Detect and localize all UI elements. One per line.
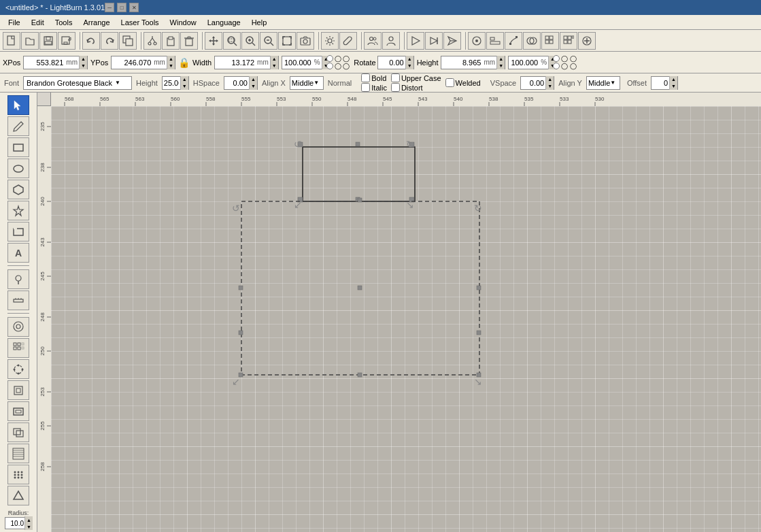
tool-pin[interactable] (7, 269, 29, 289)
vspace-down[interactable]: ▼ (545, 83, 554, 90)
canvas-area[interactable]: 568 565 563 560 558 555 553 550 548 545 (37, 93, 761, 532)
vspace-up[interactable]: ▲ (545, 76, 554, 83)
height-pct-container[interactable]: % ▲ ▼ (508, 56, 549, 69)
menu-edit[interactable]: Edit (26, 17, 50, 28)
width-input[interactable] (215, 59, 256, 67)
tools-button[interactable] (339, 32, 357, 50)
menu-file[interactable]: File (3, 17, 26, 28)
cut-button[interactable] (143, 32, 161, 50)
xpos-input-container[interactable]: mm ▲ ▼ (23, 56, 88, 69)
tool-offset-shapes[interactable] (7, 401, 29, 421)
hspace-input-container[interactable]: ▲ ▼ (224, 76, 258, 90)
welded-checkbox-label[interactable]: Welded (445, 78, 481, 87)
open-button[interactable] (21, 32, 39, 50)
new-button[interactable] (3, 32, 20, 50)
close-button[interactable]: ✕ (129, 3, 139, 12)
menu-laser-tools[interactable]: Laser Tools (116, 17, 165, 28)
height-up[interactable]: ▲ (496, 56, 505, 63)
height-input[interactable] (441, 59, 482, 67)
width-up[interactable]: ▲ (270, 56, 278, 63)
maximize-button[interactable]: □ (117, 3, 126, 12)
font-height-input[interactable] (163, 79, 180, 87)
zoom-out-button[interactable] (260, 32, 277, 50)
font-height-up[interactable]: ▲ (180, 76, 188, 83)
menu-language[interactable]: Language (202, 17, 246, 28)
rotate-input-container[interactable]: ▲ ▼ (377, 56, 414, 69)
upper-checkbox-label[interactable]: Upper Case (391, 73, 441, 82)
tool-ellipse[interactable] (7, 159, 29, 178)
canvas[interactable]: ↺ ↻ ↙ ↘ ↺ ↻ ↙ ↘ (51, 106, 761, 532)
hspace-input[interactable] (224, 79, 249, 87)
hspace-up[interactable]: ▲ (249, 76, 257, 83)
radius-up[interactable]: ▲ (24, 516, 33, 523)
tool-polygon2[interactable] (7, 486, 29, 505)
tool-grid-array[interactable] (7, 338, 29, 358)
grid-button[interactable] (541, 32, 559, 50)
tool-boolean[interactable] (7, 422, 29, 442)
grid-offset-button[interactable] (560, 32, 577, 50)
ypos-down[interactable]: ▼ (167, 63, 175, 69)
circle-view-button[interactable] (468, 32, 486, 50)
height-input-container[interactable]: mm ▲ ▼ (441, 56, 505, 69)
run-alt-button[interactable] (425, 32, 443, 50)
font-height-input-container[interactable]: ▲ ▼ (162, 76, 189, 90)
settings-button[interactable] (321, 32, 339, 50)
tool-group-offset[interactable] (7, 380, 29, 400)
scale-radio-3[interactable]: ◯ ◯ (553, 55, 577, 62)
menu-tools[interactable]: Tools (50, 17, 78, 28)
tool-open-path[interactable] (7, 222, 29, 242)
vspace-input-container[interactable]: ▲ ▼ (520, 76, 554, 90)
tool-rectangle[interactable] (7, 137, 29, 157)
xpos-input[interactable] (24, 59, 65, 67)
font-height-down[interactable]: ▼ (180, 83, 188, 90)
save-button[interactable] (39, 32, 57, 50)
save-as-button[interactable] (58, 32, 75, 50)
width-input-container[interactable]: mm ▲ ▼ (214, 56, 279, 69)
menu-arrange[interactable]: Arrange (78, 17, 115, 28)
tool-grid-fill[interactable] (7, 444, 29, 463)
menu-help[interactable]: Help (246, 17, 273, 28)
distort-checkbox[interactable] (391, 83, 400, 92)
radius-input[interactable] (5, 520, 24, 527)
height-down[interactable]: ▼ (496, 63, 505, 69)
tool-polygon[interactable] (7, 180, 29, 199)
camera-button[interactable] (297, 32, 314, 50)
people-button[interactable] (364, 32, 382, 50)
width-down[interactable]: ▼ (270, 63, 278, 69)
hspace-down[interactable]: ▼ (249, 83, 257, 90)
delete-button[interactable] (180, 32, 198, 50)
tool-donut[interactable] (7, 317, 29, 337)
menu-window[interactable]: Window (165, 17, 202, 28)
rotate-up[interactable]: ▲ (405, 56, 413, 63)
width-pct-container[interactable]: % ▲ ▼ (282, 56, 322, 69)
align-y-selector[interactable]: Middle ▼ (586, 76, 620, 90)
upper-checkbox[interactable] (391, 73, 400, 82)
copy-props-button[interactable] (119, 32, 137, 50)
lock-icon[interactable]: 🔒 (178, 57, 190, 68)
tool-circular-array[interactable] (7, 359, 29, 379)
tool-select[interactable] (7, 95, 29, 115)
undo-button[interactable] (82, 32, 100, 50)
zoom-in-button[interactable] (241, 32, 259, 50)
offset-input[interactable] (652, 79, 669, 87)
scale-radio-4[interactable]: ◯ ◯ (553, 63, 577, 69)
bold-checkbox-label[interactable]: Bold (361, 73, 387, 82)
redo-button[interactable] (101, 32, 118, 50)
tool-measure[interactable] (7, 290, 29, 310)
boolean-button[interactable] (523, 32, 541, 50)
vspace-input[interactable] (521, 79, 545, 87)
align-x-selector[interactable]: Middle ▼ (290, 76, 324, 90)
ypos-up[interactable]: ▲ (167, 56, 175, 63)
offset-input-container[interactable]: ▲ ▼ (651, 76, 678, 90)
xpos-up[interactable]: ▲ (79, 56, 87, 63)
rotate-input[interactable] (378, 59, 405, 67)
scale-radio-1[interactable]: ◯ ◯ (326, 55, 350, 62)
tool-pencil[interactable] (7, 116, 29, 136)
offset-up[interactable]: ▲ (669, 76, 677, 83)
tool-star[interactable] (7, 201, 29, 220)
rotate-down[interactable]: ▼ (405, 63, 413, 69)
offset-down[interactable]: ▼ (669, 83, 677, 90)
paste-button[interactable] (162, 32, 180, 50)
node-edit-button[interactable] (505, 32, 522, 50)
welded-checkbox[interactable] (445, 78, 454, 87)
